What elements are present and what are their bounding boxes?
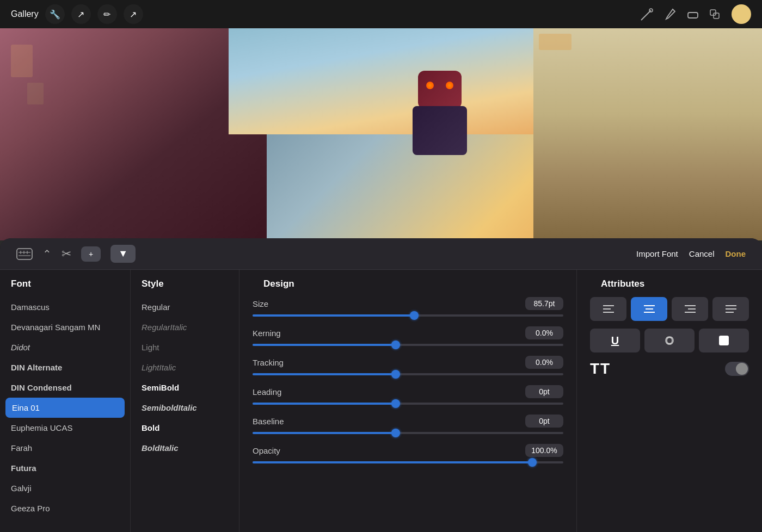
style-item-light-italic[interactable]: LightItalic — [131, 357, 239, 378]
style-item-bold-italic[interactable]: BoldItalic — [131, 438, 239, 458]
canvas-area — [0, 28, 762, 240]
cancel-button[interactable]: Cancel — [689, 249, 715, 258]
design-column: Design Size 85.7pt Kerning 0.0% — [239, 270, 577, 532]
font-item-eina[interactable]: Eina 01 — [5, 398, 125, 418]
attributes-column: Attributes U O — [577, 270, 762, 532]
add-button[interactable]: + — [81, 246, 101, 262]
kerning-row: Kerning 0.0% — [253, 326, 563, 346]
pencil-icon[interactable]: ✏ — [97, 4, 117, 24]
tracking-label: Tracking — [253, 358, 284, 367]
tracking-slider-thumb[interactable] — [391, 370, 400, 379]
size-row: Size 85.7pt — [253, 297, 563, 317]
size-slider-thumb[interactable] — [410, 311, 419, 320]
robot-eye-right — [446, 82, 453, 89]
leading-slider-thumb[interactable] — [391, 399, 400, 408]
text-style-buttons: U O — [590, 329, 749, 352]
design-column-header: Design — [253, 279, 563, 297]
style-item-regular-italic[interactable]: RegularItalic — [131, 317, 239, 337]
opacity-slider[interactable] — [253, 461, 563, 463]
canvas-background — [0, 28, 762, 240]
done-button[interactable]: Done — [726, 249, 746, 258]
align-center-button[interactable] — [631, 297, 667, 321]
pen-tool-icon[interactable] — [640, 7, 654, 21]
opacity-slider-thumb[interactable] — [528, 458, 537, 467]
leading-slider[interactable] — [253, 403, 563, 405]
arrow-icon[interactable]: ↗ — [124, 4, 143, 24]
font-item-devanagari[interactable]: Devanagari Sangam MN — [0, 317, 130, 337]
opacity-label: Opacity — [253, 446, 280, 455]
kerning-slider-thumb[interactable] — [391, 341, 400, 349]
font-item-din-condensed[interactable]: DIN Condensed — [0, 378, 130, 398]
kerning-value: 0.0% — [525, 326, 563, 339]
gallery-button[interactable]: Gallery — [11, 9, 39, 19]
sub-toolbar: ⌃ ✂ + ▼ Import Font Cancel Done — [0, 238, 762, 270]
cursor-icon[interactable]: ↗ — [71, 4, 91, 24]
svg-line-0 — [641, 10, 651, 20]
user-avatar[interactable] — [732, 4, 751, 24]
tt-row: TT — [590, 360, 749, 378]
toolbar-left: Gallery 🔧 ↗ ✏ ↗ — [11, 4, 143, 24]
size-slider-fill — [253, 314, 414, 317]
sky — [229, 28, 572, 134]
toggle-thumb — [736, 363, 748, 375]
font-item-damascus[interactable]: Damascus — [0, 297, 130, 317]
font-item-din-alternate[interactable]: DIN Alternate — [0, 357, 130, 378]
style-item-light[interactable]: Light — [131, 337, 239, 357]
layers-icon[interactable] — [709, 7, 723, 21]
kerning-label: Kerning — [253, 329, 281, 338]
baseline-slider-thumb[interactable] — [391, 429, 400, 437]
leading-value: 0pt — [525, 385, 563, 398]
size-value: 85.7pt — [525, 297, 563, 310]
panel-content: Font Damascus Devanagari Sangam MN Didot… — [0, 270, 762, 532]
alignment-buttons — [590, 297, 749, 321]
baseline-slider[interactable] — [253, 432, 563, 434]
eraser-icon[interactable] — [686, 7, 700, 21]
underline-button[interactable]: U — [590, 329, 640, 352]
baseline-slider-fill — [253, 432, 396, 434]
kerning-slider[interactable] — [253, 344, 563, 346]
buildings-left — [0, 28, 267, 240]
font-item-galvji[interactable]: Galvji — [0, 478, 130, 498]
opacity-value: 100.0% — [525, 444, 563, 457]
svg-rect-3 — [710, 10, 716, 15]
font-item-geeza[interactable]: Geeza Pro — [0, 498, 130, 518]
sub-toolbar-right: Import Font Cancel Done — [636, 249, 746, 258]
font-item-farah[interactable]: Farah — [0, 438, 130, 458]
style-item-semibold[interactable]: SemiBold — [131, 378, 239, 398]
toolbar-right — [640, 4, 751, 24]
eyedropper-icon[interactable] — [663, 7, 677, 21]
import-font-button[interactable]: Import Font — [636, 249, 678, 258]
fill-button[interactable] — [699, 329, 749, 352]
keyboard-icon[interactable] — [16, 248, 33, 260]
robot-head — [418, 71, 462, 109]
style-item-semibold-italic[interactable]: SemiboldItalic — [131, 398, 239, 418]
tracking-row: Tracking 0.0% — [253, 356, 563, 375]
expand-icon[interactable]: ⌃ — [42, 248, 52, 261]
cut-icon[interactable]: ✂ — [62, 247, 71, 261]
wrench-icon[interactable]: 🔧 — [45, 4, 65, 24]
robot-eye-left — [426, 82, 434, 89]
tt-label: TT — [590, 360, 611, 378]
size-slider[interactable] — [253, 314, 563, 317]
align-justify-button[interactable] — [712, 297, 749, 321]
robot — [407, 71, 472, 158]
leading-label: Leading — [253, 387, 281, 397]
font-item-euphemia[interactable]: Euphemia UCAS — [0, 418, 130, 438]
tt-toggle[interactable] — [725, 362, 749, 376]
attributes-column-header: Attributes — [590, 279, 749, 297]
baseline-row: Baseline 0pt — [253, 415, 563, 434]
style-item-regular[interactable]: Regular — [131, 297, 239, 317]
leading-slider-fill — [253, 403, 396, 405]
font-item-didot[interactable]: Didot — [0, 337, 130, 357]
font-item-futura[interactable]: Futura — [0, 458, 130, 478]
opacity-row: Opacity 100.0% — [253, 444, 563, 463]
align-right-button[interactable] — [672, 297, 708, 321]
svg-rect-4 — [714, 13, 719, 18]
font-column-header: Font — [0, 279, 130, 297]
outline-button[interactable]: O — [644, 329, 695, 352]
style-item-bold[interactable]: Bold — [131, 418, 239, 438]
baseline-value: 0pt — [525, 415, 563, 428]
tracking-slider[interactable] — [253, 373, 563, 375]
align-left-button[interactable] — [590, 297, 626, 321]
dropdown-button[interactable]: ▼ — [110, 245, 136, 263]
